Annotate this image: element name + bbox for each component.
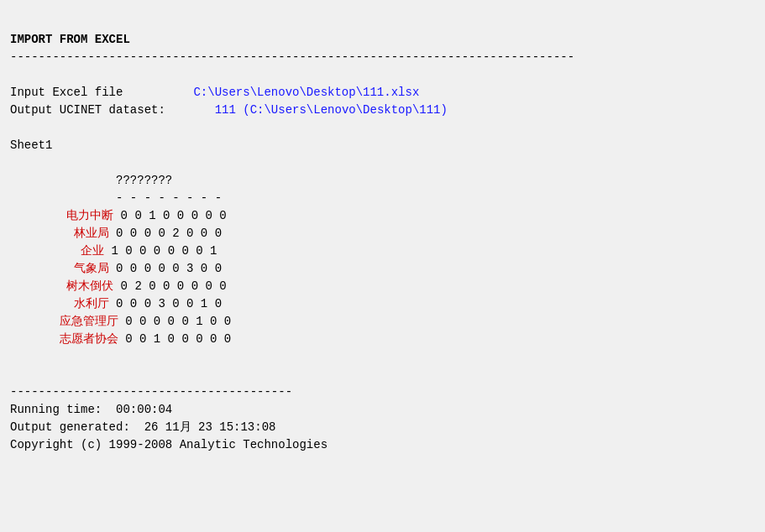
input-value: C:\Users\Lenovo\Desktop\111.xlsx xyxy=(193,86,419,99)
row-label: 树木倒伏 xyxy=(10,279,113,293)
row-label: 企业 xyxy=(10,244,104,258)
column-header: ???????? xyxy=(116,174,172,187)
output-area: IMPORT FROM EXCEL ----------------------… xyxy=(10,13,755,207)
row-label: 志愿者协会 xyxy=(10,332,118,346)
footer-area: ----------------------------------------… xyxy=(10,348,755,454)
table-row: 树木倒伏 0 2 0 0 0 0 0 0 xyxy=(10,278,755,295)
column-dashes: - - - - - - - - xyxy=(116,191,222,205)
table-row: 企业 1 0 0 0 0 0 0 1 xyxy=(10,243,755,260)
row-label: 电力中断 xyxy=(10,209,113,222)
sheet-name: Sheet1 xyxy=(10,138,52,152)
input-label: Input Excel file xyxy=(10,86,123,99)
table-row: 电力中断 0 0 1 0 0 0 0 0 xyxy=(10,207,755,225)
table-row: 林业局 0 0 0 0 2 0 0 0 xyxy=(10,225,755,243)
divider-bottom: ---------------------------------------- xyxy=(10,385,292,399)
row-values: 0 0 1 0 0 0 0 0 xyxy=(118,332,231,346)
row-values: 0 0 1 0 0 0 0 0 xyxy=(113,209,226,222)
row-values: 0 0 0 0 0 1 0 0 xyxy=(118,315,231,328)
table-row: 气象局 0 0 0 0 0 3 0 0 xyxy=(10,260,755,278)
table-row: 应急管理厅 0 0 0 0 0 1 0 0 xyxy=(10,313,755,331)
row-label: 气象局 xyxy=(10,262,109,275)
running-time-label: Running time: xyxy=(10,403,102,416)
output-value: 111 (C:\Users\Lenovo\Desktop\111) xyxy=(215,103,448,117)
row-values: 0 0 0 0 2 0 0 0 xyxy=(109,227,222,240)
row-label: 应急管理厅 xyxy=(10,315,118,328)
output-generated-label: Output generated: xyxy=(10,420,130,434)
output-label: Output UCINET dataset: xyxy=(10,103,165,117)
running-time-value: 00:00:04 xyxy=(116,403,172,416)
row-values: 1 0 0 0 0 0 0 1 xyxy=(104,244,217,258)
divider-top: ----------------------------------------… xyxy=(10,50,574,64)
running-time-line: Running time: 00:00:04 xyxy=(10,403,172,416)
data-rows: 电力中断 0 0 1 0 0 0 0 0 林业局 0 0 0 0 2 0 0 0… xyxy=(10,207,755,348)
table-row: 水利厅 0 0 0 3 0 0 1 0 xyxy=(10,295,755,313)
row-values: 0 0 0 3 0 0 1 0 xyxy=(109,297,222,310)
title: IMPORT FROM EXCEL xyxy=(10,33,130,46)
copyright-line: Copyright (c) 1999-2008 Analytic Technol… xyxy=(10,438,327,451)
row-values: 0 0 0 0 0 3 0 0 xyxy=(109,262,222,275)
output-generated-line: Output generated: 26 11月 23 15:13:08 xyxy=(10,420,275,434)
row-values: 0 2 0 0 0 0 0 0 xyxy=(113,279,226,293)
table-row: 志愿者协会 0 0 1 0 0 0 0 0 xyxy=(10,331,755,348)
row-label: 林业局 xyxy=(10,227,109,240)
output-generated-value: 26 11月 23 15:13:08 xyxy=(144,420,276,434)
row-label: 水利厅 xyxy=(10,297,109,310)
